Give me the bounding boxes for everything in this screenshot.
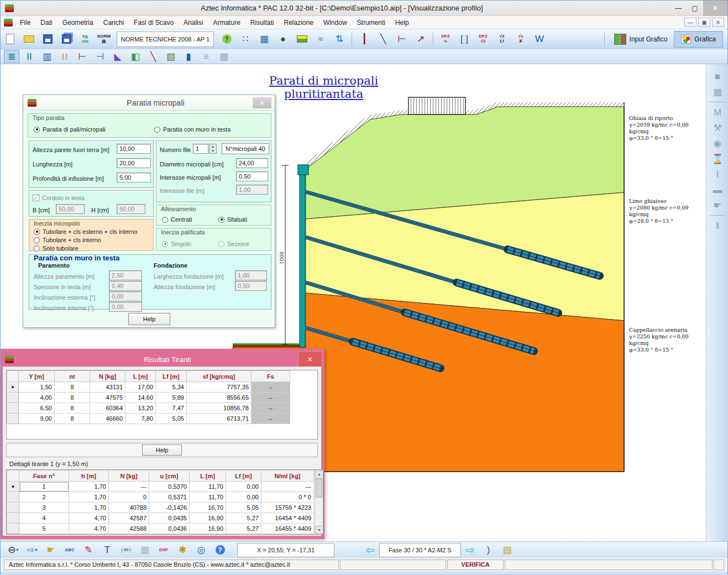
checkbox-icon[interactable]: ✓: [33, 195, 39, 201]
radio-pali-micropali[interactable]: Paratia di pali/micropali: [34, 124, 106, 134]
wall-data-icon[interactable]: ?: [218, 32, 235, 47]
row-selector[interactable]: [7, 503, 19, 513]
row-selector[interactable]: [7, 513, 19, 524]
sqrt-17-icon[interactable]: √217: [494, 32, 510, 47]
soil-mesh-icon[interactable]: ●: [275, 32, 291, 47]
menu-item-dati[interactable]: Dati: [35, 17, 57, 28]
lunghezza-input[interactable]: 20,00: [117, 158, 151, 168]
chart-icon[interactable]: ▮: [181, 50, 196, 63]
profondita-input[interactable]: 5,00: [117, 172, 151, 182]
minimize-button[interactable]: —: [670, 2, 687, 14]
cutline-icon[interactable]: ╲: [145, 50, 161, 63]
page-gear-icon[interactable]: ✱: [174, 542, 191, 558]
fase-prev-button[interactable]: ⇦: [365, 545, 375, 556]
row-selector[interactable]: [7, 414, 19, 424]
mdi-restore-button[interactable]: ▣: [698, 18, 710, 27]
word-export-icon[interactable]: W: [531, 32, 548, 47]
scroll-thumb[interactable]: [316, 479, 322, 498]
hourglass-icon[interactable]: ⌛: [709, 151, 726, 166]
radio-icon[interactable]: [34, 245, 40, 252]
anchor-incline-icon[interactable]: ↗: [412, 32, 429, 47]
moment-curve-icon[interactable]: ): [480, 542, 497, 558]
pile-icon[interactable]: ┃: [356, 32, 373, 47]
input-grafico-button[interactable]: Input Grafico: [607, 31, 674, 48]
row-selector[interactable]: [7, 492, 19, 503]
redraw-arrow-icon[interactable]: ⇨▾: [24, 542, 40, 558]
risultati-dialog-titlebar[interactable]: Risultati Tiranti ✕: [3, 352, 321, 367]
springs-icon[interactable]: ≀≀: [57, 50, 72, 63]
grid-gray-icon[interactable]: ▦: [137, 542, 153, 558]
profile-points-icon[interactable]: ∷: [237, 32, 254, 47]
report-m-icon[interactable]: M: [709, 104, 726, 120]
wedge-icon[interactable]: ◣: [110, 50, 125, 63]
column-header[interactable]: u [cm]: [149, 471, 190, 482]
radio-muro-in-testa[interactable]: Paratia con muro in testa: [154, 124, 231, 134]
menu-item-file[interactable]: File: [15, 17, 35, 28]
row-selector[interactable]: [7, 393, 19, 403]
table-row[interactable]: 4,0084757514,605,898556,65--: [7, 393, 290, 403]
interasse-micropali-input[interactable]: 0,50: [236, 171, 268, 181]
save-all-icon[interactable]: [58, 32, 75, 47]
paratia-dialog-titlebar[interactable]: Paratia micropali ✕: [23, 95, 275, 111]
materials-icon[interactable]: ▦: [256, 32, 273, 47]
dimension-icon[interactable]: ┤50├: [118, 542, 134, 558]
radio-centrati[interactable]: Centrati: [162, 215, 192, 224]
micropali-view-icon[interactable]: ▥: [39, 50, 55, 63]
blocks-icon[interactable]: ▦: [216, 50, 232, 63]
close-button[interactable]: ✕: [703, 1, 727, 16]
column-header[interactable]: Fs: [252, 371, 290, 382]
numero-file-input[interactable]: 1: [193, 144, 208, 154]
table-row[interactable]: 9,008466607,805,056713,71--: [7, 414, 290, 424]
stratigraphy-icon[interactable]: [294, 32, 310, 47]
column-header[interactable]: nt: [55, 371, 90, 382]
sqrt-x-icon[interactable]: √x✘: [512, 32, 529, 47]
radio-icon[interactable]: [34, 229, 40, 235]
dxf-icon[interactable]: DXF: [155, 542, 172, 558]
ibeam-icon[interactable]: I: [709, 166, 726, 182]
open-file-icon[interactable]: [20, 32, 37, 47]
radio-solo-tubolare[interactable]: Solo tubolare: [34, 243, 78, 253]
maximize-button[interactable]: ▢: [687, 2, 703, 14]
drawing-canvas[interactable]: 1000 Parati di micropali pluritirantata …: [1, 64, 728, 541]
table-row[interactable]: ●11,70---0,537011,700,00---: [7, 482, 314, 492]
hand-page-icon[interactable]: ☛: [709, 197, 726, 213]
menu-item-geometria[interactable]: Geometria: [57, 17, 98, 28]
save-icon[interactable]: [39, 32, 56, 47]
menu-item-carichi[interactable]: Carichi: [98, 17, 129, 28]
frames-icon[interactable]: ▦: [709, 84, 726, 100]
radio-icon[interactable]: [162, 217, 168, 223]
section-brackets-icon[interactable]: [ ]: [456, 32, 473, 47]
paratia-close-icon[interactable]: ✕: [253, 97, 271, 108]
menu-item-fasi-di-scavo[interactable]: Fasi di Scavo: [129, 17, 179, 28]
fase-table-icon[interactable]: ▤: [499, 542, 516, 558]
dettagli-scrollbar[interactable]: ▲ ▼: [315, 470, 323, 534]
help-round-icon[interactable]: ?: [212, 542, 228, 558]
phases-icon[interactable]: ⇅: [331, 32, 348, 47]
table-row[interactable]: 6,5086036413,207,4710856,78--: [7, 403, 290, 414]
column-header[interactable]: sf [kg/cmq]: [187, 371, 252, 382]
diagrams-icon[interactable]: ◧: [128, 50, 143, 63]
print-preview-icon[interactable]: ◎: [193, 542, 210, 558]
table-row[interactable]: 54,70425880,043616,905,2716455 * 4409: [7, 524, 314, 534]
grafica-button[interactable]: Grafica: [674, 31, 723, 48]
menu-item-analisi[interactable]: Analisi: [179, 17, 208, 28]
paratia-help-button[interactable]: Help: [128, 313, 170, 325]
pause-icon[interactable]: ‖: [709, 218, 726, 233]
water-table-icon[interactable]: ≈: [312, 32, 329, 47]
scroll-down-icon[interactable]: ▼: [315, 526, 323, 534]
column-header[interactable]: h [m]: [69, 471, 109, 482]
menu-item-risultati[interactable]: Risultati: [245, 17, 279, 28]
report-lines-icon[interactable]: ≡: [198, 50, 214, 63]
norme-tecniche-box[interactable]: NORME TECNICHE 2008 - AP 1: [117, 32, 214, 47]
menu-item-armature[interactable]: Armature: [208, 17, 245, 28]
column-header[interactable]: Fase n°: [19, 471, 69, 482]
menu-item-strumenti[interactable]: Strumenti: [352, 17, 390, 28]
row-selector[interactable]: ●: [7, 482, 19, 492]
anchor-slope-icon[interactable]: ╲: [375, 32, 391, 47]
anchor-ground-icon[interactable]: ⊢: [394, 32, 410, 47]
radio-icon[interactable]: [34, 237, 40, 243]
text-icon[interactable]: T: [99, 542, 116, 558]
radio-icon[interactable]: [154, 127, 160, 133]
pan-hand-icon[interactable]: ☛: [43, 542, 59, 558]
numero-file-spinner[interactable]: ▲▼: [209, 144, 217, 154]
